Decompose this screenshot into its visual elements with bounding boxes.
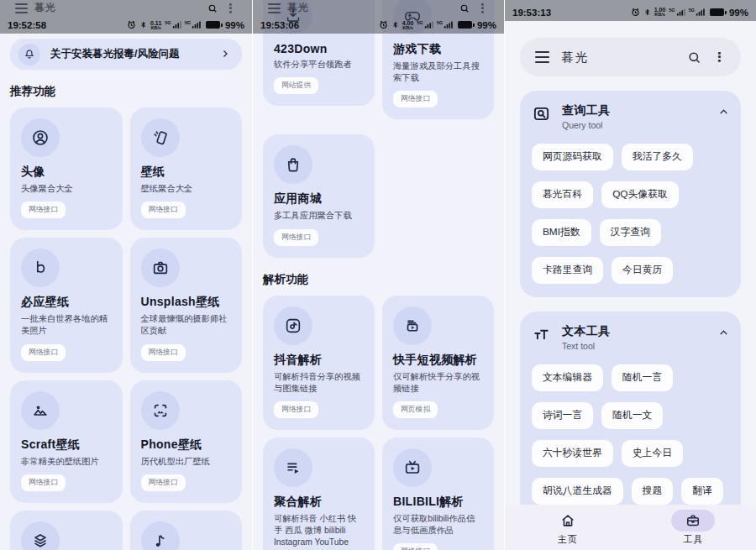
nav-item-home[interactable]: 主页 xyxy=(505,510,631,546)
feature-tag: 网络接口 xyxy=(141,344,186,361)
signal-icon-sim1: 5G xyxy=(417,20,433,29)
section-header-recommend: 推荐功能 xyxy=(10,84,242,99)
feature-subtitle: 海量游戏及部分工具搜索下载 xyxy=(393,60,483,84)
screen-tools: 19:53:13 1.00KB/s 5G 5G 99% 暮光 ⋮ xyxy=(504,0,756,550)
feature-card-kuaishou-parse[interactable]: 快手短视频解析 仅可解析快手分享的视频链接 网页模拟 xyxy=(382,296,494,430)
mountain-icon xyxy=(21,391,60,430)
menu-icon[interactable] xyxy=(15,3,28,13)
chip[interactable]: 史上今日 xyxy=(622,440,683,467)
feature-card-phone-wallpaper[interactable]: Phone壁纸 历代机型出厂壁纸 网络接口 xyxy=(130,380,243,503)
chip[interactable]: 汉字查询 xyxy=(600,219,661,246)
feature-subtitle: 非常精美的壁纸图片 xyxy=(21,456,112,468)
home-icon xyxy=(546,510,590,532)
app-title: 暮光 xyxy=(34,1,56,15)
feature-title: 423Down xyxy=(274,42,364,55)
bluetooth-icon xyxy=(643,8,651,17)
group-header[interactable]: 文本工具 Text tool xyxy=(532,324,729,351)
menu-icon[interactable] xyxy=(535,51,549,63)
feature-subtitle: 历代机型出厂壁纸 xyxy=(141,456,232,468)
music-icon xyxy=(141,521,180,550)
feature-card-avatar[interactable]: 头像 头像聚合大全 网络接口 xyxy=(10,107,123,230)
feature-card-unsplash-wallpaper[interactable]: Unsplash壁纸 全球最慷慨的摄影师社区贡献 网络接口 xyxy=(130,238,243,372)
feature-card-app-store[interactable]: 应用商城 多工具应用聚合下载 网络接口 xyxy=(263,134,375,257)
bluetooth-icon xyxy=(139,20,147,29)
chevron-up-icon[interactable] xyxy=(718,327,729,342)
frame-image-icon xyxy=(141,391,180,430)
battery-percent: 99% xyxy=(477,20,496,30)
parse-grid: 抖音解析 可解析抖音分享的视频与图集链接 网络接口 快手短视频解析 仅可解析快手… xyxy=(253,296,504,550)
feature-card-aggregate-parse[interactable]: 聚合解析 可解析抖音 小红书 快手 西瓜 微博 bilibili Instagr… xyxy=(263,437,375,550)
dimmed-toolbar: 暮光 ⋮ xyxy=(0,0,252,17)
status-row: 19:53:13 1.00KB/s 5G 5G 99% xyxy=(505,3,756,21)
screen-home-top: 暮光 ⋮ 19:52:58 0.11KB/s 5G 5G 99% 关 xyxy=(0,0,252,550)
feature-card-bilibili-parse[interactable]: BILIBILI解析 仅可获取bilibili作品信息与低画质作品 网络接口 xyxy=(382,437,494,550)
menu-icon[interactable] xyxy=(268,3,281,13)
net-speed: 0.11KB/s xyxy=(150,20,161,31)
signal-icon-sim1: 5G xyxy=(669,8,685,17)
feature-card-wallpaper[interactable]: 壁纸 壁纸聚合大全 网络接口 xyxy=(130,107,243,230)
feature-title: 头像 xyxy=(21,165,112,180)
dimmed-toolbar: 暮光 ⋮ xyxy=(253,0,504,17)
feature-card-bing-wallpaper[interactable]: 必应壁纸 一批来自世界各地的精美照片 网络接口 xyxy=(10,238,123,372)
battery-icon xyxy=(710,8,724,16)
chip[interactable]: 搜题 xyxy=(632,478,674,505)
group-header[interactable]: 查询工具 Query tool xyxy=(532,103,729,130)
chip[interactable]: 随机一言 xyxy=(612,364,673,391)
feature-card-music[interactable]: 音乐 简单的音乐下载播放 网络接口 xyxy=(130,511,243,550)
overflow-menu-icon[interactable]: ⋮ xyxy=(476,1,489,16)
status-bar: 暮光 ⋮ 19:52:58 0.11KB/s 5G 5G 99% xyxy=(0,0,252,34)
toolbar: 暮光 ⋮ xyxy=(520,38,741,76)
app-screenshots: 暮光 ⋮ 19:52:58 0.11KB/s 5G 5G 99% 关 xyxy=(0,0,756,550)
search-icon[interactable] xyxy=(207,3,218,13)
chip[interactable]: 六十秒读世界 xyxy=(532,440,613,467)
feature-card-scraft-wallpaper[interactable]: Scraft壁纸 非常精美的壁纸图片 网络接口 xyxy=(10,380,123,503)
feature-subtitle: 软件分享平台领跑者 xyxy=(274,59,364,71)
nav-label: 主页 xyxy=(558,533,578,546)
overflow-menu-icon[interactable]: ⋮ xyxy=(713,50,726,65)
chip[interactable]: 随机一文 xyxy=(601,402,663,429)
chip[interactable]: 卡路里查询 xyxy=(532,257,603,284)
feature-subtitle: 全球最慷慨的摄影师社区贡献 xyxy=(141,313,232,337)
chip[interactable]: 文本编辑器 xyxy=(532,364,603,391)
camera-icon xyxy=(141,249,180,287)
layers-icon xyxy=(21,521,60,550)
chip-list: 网页源码获取 我活了多久 暮光百科 QQ头像获取 BMI指数 汉字查询 卡路里查… xyxy=(532,144,729,284)
section-header-parse: 解析功能 xyxy=(263,272,494,287)
feature-tag: 网络接口 xyxy=(274,229,318,246)
chip[interactable]: BMI指数 xyxy=(532,219,591,246)
notice-banner[interactable]: 关于安装暮光报毒/风险问题 xyxy=(10,39,242,70)
shopping-bag-icon xyxy=(274,145,312,184)
bottom-nav: 主页 工具 xyxy=(505,505,756,550)
feature-title: 快手短视频解析 xyxy=(393,353,483,368)
search-icon[interactable] xyxy=(459,3,470,13)
nav-item-tools[interactable]: 工具 xyxy=(631,510,756,546)
chip[interactable]: 我活了多久 xyxy=(622,144,693,170)
chip[interactable]: 诗词一言 xyxy=(532,402,593,429)
feature-tag: 网络接口 xyxy=(21,474,66,491)
text-icon xyxy=(532,325,551,344)
chevron-up-icon[interactable] xyxy=(718,106,729,121)
chip[interactable]: 胡说八道生成器 xyxy=(532,478,623,505)
overflow-menu-icon[interactable]: ⋮ xyxy=(224,1,237,16)
notice-text: 关于安装暮光报毒/风险问题 xyxy=(50,47,210,61)
status-row: 19:52:58 0.11KB/s 5G 5G 99% xyxy=(0,17,252,34)
search-icon[interactable] xyxy=(687,50,701,65)
chip[interactable]: 暮光百科 xyxy=(532,181,593,208)
battery-percent: 99% xyxy=(225,20,244,30)
feature-title: 应用商城 xyxy=(274,191,364,207)
feature-tag: 网络接口 xyxy=(141,202,186,218)
feature-tag: 网页模拟 xyxy=(393,401,438,418)
feature-title: 聚合解析 xyxy=(274,495,364,510)
signal-icon-sim2: 5G xyxy=(437,20,453,29)
signal-icon-sim2: 5G xyxy=(185,20,201,29)
net-speed: 1.00KB/s xyxy=(654,7,666,18)
chip[interactable]: 翻译 xyxy=(681,478,723,505)
feature-card-douyin-parse[interactable]: 抖音解析 可解析抖音分享的视频与图集链接 网络接口 xyxy=(263,296,375,430)
chip[interactable]: 网页源码获取 xyxy=(532,144,613,170)
tool-group-query: 查询工具 Query tool 网页源码获取 我活了多久 暮光百科 QQ头像获取… xyxy=(520,91,741,297)
net-speed: 4.00KB/s xyxy=(402,20,414,31)
feature-card-gallery[interactable]: 图集 画质较好的动漫图集 网络接口 xyxy=(10,511,123,550)
chip[interactable]: 今日黄历 xyxy=(612,257,673,284)
video-recorder-icon xyxy=(393,306,432,345)
chip[interactable]: QQ头像获取 xyxy=(601,181,679,208)
